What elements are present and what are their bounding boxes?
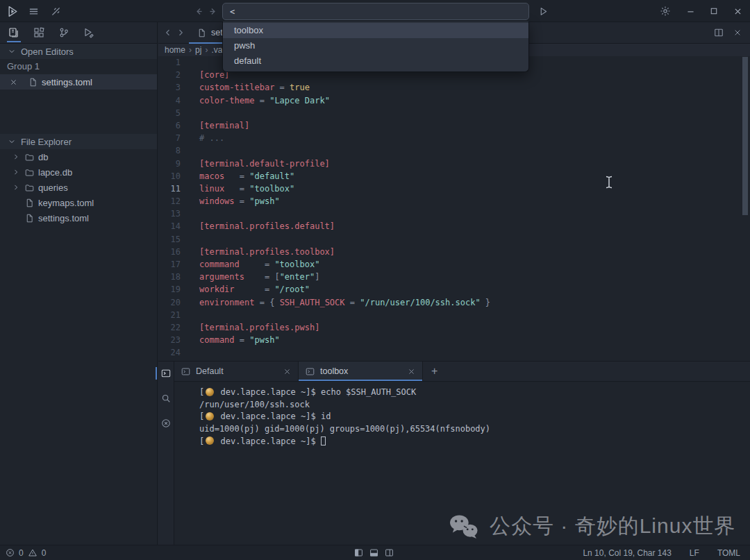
token-str: "toolbox" — [249, 184, 294, 194]
code-line[interactable]: 12windows = "pwsh" — [158, 195, 750, 207]
code-line[interactable]: 24 — [158, 346, 750, 359]
close-window-button[interactable] — [729, 3, 746, 19]
breadcrumb-segment[interactable]: pj — [195, 45, 201, 55]
terminal-tab-default[interactable]: Default — [174, 362, 299, 381]
close-terminal-icon[interactable] — [283, 368, 291, 375]
terminal-tabbar: Default toolbox + — [174, 362, 750, 382]
code-line[interactable]: 17commmand = "toolbox" — [158, 258, 750, 271]
line-number: 13 — [158, 207, 181, 220]
line-content: command = "pwsh" — [199, 334, 280, 346]
chevron-right-icon[interactable] — [11, 153, 21, 160]
line-content: [terminal.default-profile] — [199, 158, 330, 170]
tree-item-db[interactable]: db — [0, 149, 157, 164]
code-line[interactable]: 20environment = { SSH_AUTH_SOCK = "/run/… — [158, 296, 750, 309]
code-line[interactable]: 4color-theme = "Lapce Dark" — [158, 94, 750, 107]
close-terminal-icon[interactable] — [408, 368, 415, 375]
tab-scroll-right-icon[interactable] — [176, 28, 185, 37]
code-line[interactable]: 22[terminal.profiles.pwsh] — [158, 321, 750, 334]
nav-forward-icon[interactable] — [204, 3, 221, 19]
line-ending[interactable]: LF — [690, 548, 699, 558]
line-number: 5 — [158, 107, 181, 119]
code-line[interactable]: 9[terminal.default-profile] — [158, 158, 750, 170]
code-line[interactable]: 8 — [158, 144, 750, 157]
file-explorer-header[interactable]: File Explorer — [0, 134, 157, 149]
tab-scroll-left-icon[interactable] — [164, 28, 172, 37]
folder-icon — [25, 168, 34, 177]
code-line[interactable]: 10macos = "default" — [158, 170, 750, 183]
code-line[interactable]: 6[terminal] — [158, 119, 750, 132]
palette-item-default[interactable]: default — [223, 53, 528, 69]
token-key: custom-titlebar — [199, 83, 274, 92]
code-line[interactable]: 16[terminal.profiles.toolbox] — [158, 246, 750, 258]
split-editor-icon[interactable] — [714, 28, 724, 37]
palette-item-pwsh[interactable]: pwsh — [223, 38, 528, 53]
open-editor-item[interactable]: settings.toml — [0, 74, 157, 90]
line-number: 4 — [158, 94, 181, 107]
line-content: workdir = "/root" — [199, 283, 310, 296]
code-line[interactable]: 21 — [158, 309, 750, 321]
debug-panel-icon[interactable] — [81, 24, 97, 42]
source-control-panel-icon[interactable] — [56, 24, 72, 42]
line-number: 20 — [158, 296, 181, 309]
chevron-right-icon[interactable] — [11, 184, 21, 191]
run-button[interactable] — [535, 3, 551, 19]
code-line[interactable]: 3custom-titlebar = true — [158, 81, 750, 94]
toolbox-orb-icon — [206, 436, 214, 445]
close-file-icon[interactable] — [10, 78, 17, 86]
editor-scrollbar[interactable] — [742, 57, 748, 215]
line-content: macos = "default" — [199, 170, 294, 183]
terminal-panel-icon[interactable] — [160, 367, 172, 380]
code-line[interactable]: 23command = "pwsh" — [158, 334, 750, 346]
line-number: 14 — [158, 220, 181, 232]
maximize-button[interactable] — [706, 3, 722, 19]
open-editors-header[interactable]: Open Editors — [0, 44, 157, 59]
code-line[interactable]: 18arguments = ["enter"] — [158, 271, 750, 283]
chevron-right-icon[interactable] — [11, 169, 21, 176]
toggle-bottom-panel-icon[interactable] — [369, 548, 378, 557]
tree-item-label: db — [38, 152, 48, 162]
token-str: "default" — [249, 171, 294, 181]
tree-item-settings.toml[interactable]: settings.toml — [0, 210, 157, 226]
editor-group-label: Group 1 — [0, 59, 157, 74]
breadcrumb-segment[interactable]: home — [165, 45, 185, 55]
palette-item-toolbox[interactable]: toolbox — [223, 23, 528, 38]
token-key: linux — [199, 184, 224, 194]
tree-item-keymaps.toml[interactable]: keymaps.toml — [0, 195, 157, 210]
token-op: = — [240, 260, 275, 269]
minimize-button[interactable] — [682, 3, 699, 19]
settings-gear-icon[interactable] — [657, 3, 674, 19]
plugins-panel-icon[interactable] — [31, 24, 47, 42]
breadcrumb-segment[interactable]: .va — [211, 45, 222, 55]
problems-summary[interactable]: 0 0 — [0, 548, 46, 558]
tree-item-queries[interactable]: queries — [0, 180, 157, 195]
toggle-right-panel-icon[interactable] — [385, 548, 394, 557]
close-editor-icon[interactable] — [733, 28, 742, 37]
token-key: macos — [199, 171, 224, 181]
editor-area: settings.toml home›pj›.va 12[core]3custo… — [158, 22, 750, 545]
code-line[interactable]: 13 — [158, 207, 750, 220]
line-number: 1 — [158, 56, 181, 69]
code-editor[interactable]: 12[core]3custom-titlebar = true4color-th… — [158, 56, 750, 361]
tree-item-lapce.db[interactable]: lapce.db — [0, 164, 157, 180]
code-line[interactable]: 5 — [158, 107, 750, 119]
code-line[interactable]: 14[terminal.profiles.default] — [158, 220, 750, 232]
menu-icon[interactable] — [25, 3, 42, 19]
remote-connection-icon[interactable] — [47, 3, 64, 19]
code-line[interactable]: 7# ... — [158, 132, 750, 144]
line-number: 21 — [158, 309, 181, 321]
toggle-left-panel-icon[interactable] — [354, 548, 363, 557]
code-line[interactable]: 19workdir = "/root" — [158, 283, 750, 296]
file-explorer-panel-icon[interactable] — [6, 24, 22, 42]
tree-item-label: lapce.db — [38, 167, 72, 178]
code-line[interactable]: 11linux = "toolbox" — [158, 183, 750, 195]
new-terminal-button[interactable]: + — [423, 362, 446, 381]
terminal-line: [ dev.lapce.lapce ~]$ id — [199, 411, 750, 423]
cursor-position[interactable]: Ln 10, Col 19, Char 143 — [583, 548, 671, 558]
search-panel-icon[interactable] — [160, 392, 172, 405]
code-line[interactable]: 15 — [158, 233, 750, 246]
language-mode[interactable]: TOML — [717, 548, 740, 558]
palette-input[interactable]: < — [222, 3, 529, 20]
problems-panel-icon[interactable] — [160, 417, 172, 430]
token-pun: ] — [315, 272, 319, 282]
terminal-tab-toolbox[interactable]: toolbox — [299, 362, 423, 381]
